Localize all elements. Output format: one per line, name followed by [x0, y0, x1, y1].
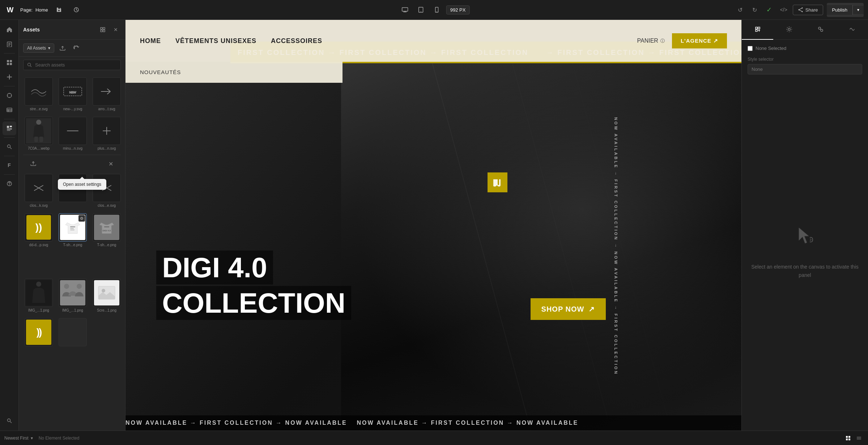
no-element-status: No Element Selected: [39, 436, 80, 441]
list-item[interactable]: IMG_...1.png: [57, 277, 88, 314]
tool-btn-pages[interactable]: [3, 37, 16, 51]
mobile-view-btn[interactable]: [430, 3, 443, 16]
status-check-button[interactable]: ✓: [764, 4, 775, 15]
tool-btn-home[interactable]: [3, 23, 16, 37]
asset-thumb: )): [25, 318, 53, 346]
svg-rect-18: [10, 63, 12, 65]
svg-rect-29: [7, 129, 12, 129]
list-item[interactable]: stre...e.svg: [23, 76, 54, 112]
list-item[interactable]: )): [23, 317, 54, 349]
tablet-view-btn[interactable]: [414, 3, 427, 16]
asset-settings-gear[interactable]: ⚙: [78, 215, 85, 222]
assets-toolbar: All Assets ▾: [19, 40, 125, 57]
tab-settings[interactable]: [773, 20, 805, 40]
assets-panel-icon1[interactable]: [98, 25, 108, 35]
tool-btn-elements[interactable]: [3, 56, 16, 69]
svg-line-68: [821, 29, 821, 30]
svg-rect-22: [7, 108, 12, 112]
none-selected-checkbox[interactable]: [748, 46, 753, 51]
list-item[interactable]: clos...k.svg: [23, 172, 54, 209]
asset-label: dd-d...p.svg: [25, 243, 53, 247]
list-item[interactable]: )) dd-d...p.svg: [23, 212, 54, 248]
select-element-hint: Select an element on the canvas to activ…: [748, 263, 862, 279]
tool-btn-add[interactable]: [3, 70, 16, 84]
sort-label: Newest First: [4, 436, 29, 441]
tool-btn-assets[interactable]: [3, 121, 16, 135]
code-view-button[interactable]: </>: [778, 4, 789, 15]
left-tool-rail: F: [0, 20, 19, 431]
tab-animations[interactable]: [837, 20, 868, 40]
list-item[interactable]: DIGI 4.0 T-sh...e.png: [91, 212, 122, 248]
list-view-btn[interactable]: [854, 433, 864, 443]
save-button[interactable]: [52, 3, 65, 16]
app-logo: W: [4, 4, 16, 16]
list-item[interactable]: plus...n.svg: [91, 115, 122, 152]
list-item[interactable]: arro...t.svg: [91, 76, 122, 112]
asset-label: new-...y.svg: [59, 107, 87, 111]
tool-btn-fonts[interactable]: F: [3, 158, 16, 172]
page-name[interactable]: Home: [35, 7, 48, 13]
search-input[interactable]: [35, 62, 117, 68]
svg-rect-30: [7, 130, 10, 131]
svg-point-31: [7, 145, 10, 148]
sort-control[interactable]: Newest First ▾: [4, 436, 33, 441]
undo-button[interactable]: ↺: [735, 4, 746, 15]
asset-thumb: [25, 77, 53, 106]
list-item[interactable]: Scre...1.png: [91, 277, 122, 314]
publish-main-btn[interactable]: Publish: [827, 5, 853, 15]
asset-label: minu...n.svg: [59, 146, 87, 150]
svg-rect-36: [101, 27, 102, 29]
search-icon: [27, 63, 32, 68]
tab-style[interactable]: [742, 20, 773, 40]
assets-panel-close[interactable]: ✕: [111, 25, 121, 35]
right-panel-tabs: [742, 20, 868, 40]
history-button[interactable]: [70, 3, 83, 16]
grid-view-btn[interactable]: [843, 433, 853, 443]
assets-title: Assets: [23, 27, 40, 33]
svg-point-59: [36, 282, 41, 287]
style-selector-value[interactable]: None: [748, 64, 862, 74]
hero-cta-button[interactable]: SHOP NOW ↗: [531, 298, 606, 320]
svg-rect-1: [402, 8, 408, 11]
none-selected-row: None Selected: [748, 46, 862, 51]
share-button[interactable]: Share: [793, 5, 824, 15]
hero-logo-badge: [488, 172, 507, 192]
nav-item-accessoires[interactable]: ACCESSOIRES: [271, 37, 322, 45]
tool-btn-navigator[interactable]: [3, 89, 16, 102]
desktop-view-btn[interactable]: [399, 3, 412, 16]
assets-panel: Assets ✕ All Assets ▾: [19, 20, 125, 431]
nav-sub-item-nouveautes[interactable]: NOUVEAUTÉS: [140, 69, 181, 75]
asset-label: clos...e.svg: [93, 204, 121, 207]
tool-btn-help[interactable]: [3, 177, 16, 191]
upload-button[interactable]: [27, 158, 39, 170]
nav-item-home[interactable]: HOME: [140, 37, 161, 45]
list-item[interactable]: 7C0A....webp: [23, 115, 54, 152]
assets-filter-dropdown[interactable]: All Assets ▾: [23, 43, 54, 53]
page-info: Page: Home: [20, 7, 48, 13]
upload-close-button[interactable]: ✕: [105, 158, 116, 170]
redo-button[interactable]: ↻: [749, 4, 760, 15]
asset-row-1: stre...e.svg NEW new-...y.svg: [23, 76, 121, 112]
canvas-area[interactable]: FIRST COLLECTION → FIRST COLLECTION → FI…: [125, 20, 741, 431]
assets-upload-cloud-btn[interactable]: [57, 43, 68, 54]
nav-lagence-btn[interactable]: L'AGENCE ↗: [672, 33, 727, 48]
list-item[interactable]: minu...n.svg: [57, 115, 88, 152]
tool-btn-search[interactable]: [3, 414, 16, 428]
publish-dropdown-btn[interactable]: ▼: [853, 6, 864, 14]
assets-upload-controls: ✕: [23, 155, 121, 172]
asset-row-5: IMG_...1.png: [23, 277, 121, 314]
filter-chevron: ▾: [48, 46, 50, 51]
nav-panier[interactable]: PANIER ⓘ: [637, 38, 665, 44]
tab-interactions[interactable]: [805, 20, 837, 40]
list-item[interactable]: NEW new-...y.svg: [57, 76, 88, 112]
tool-btn-cms[interactable]: [3, 103, 16, 117]
list-item[interactable]: ⚙ T-sh...e.png: [57, 212, 88, 248]
list-item[interactable]: clos...e.svg: [91, 172, 122, 209]
tool-btn-find[interactable]: [3, 140, 16, 154]
svg-rect-37: [103, 27, 105, 29]
nav-item-vetements[interactable]: VÊTEMENTS UNISEXES: [175, 37, 256, 45]
hero-fabric: [341, 62, 741, 431]
assets-import-btn[interactable]: [71, 43, 82, 54]
marquee-text-2: NOW AVAILABLE → FIRST COLLECTION → NOW A…: [349, 420, 578, 426]
list-item[interactable]: IMG_...1.png: [23, 277, 54, 314]
